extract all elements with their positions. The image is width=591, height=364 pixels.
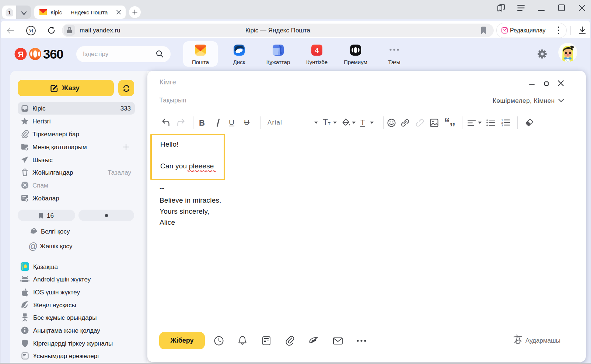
svg-text:1: 1 — [501, 119, 503, 122]
svg-text:Я: Я — [18, 50, 24, 59]
svg-text:1: 1 — [8, 10, 11, 15]
svg-text:2: 2 — [501, 122, 503, 124]
svg-text:3: 3 — [501, 124, 503, 127]
svg-text:4: 4 — [315, 47, 319, 54]
svg-text:Я: Я — [29, 27, 33, 34]
svg-text:360: 360 — [43, 48, 63, 60]
